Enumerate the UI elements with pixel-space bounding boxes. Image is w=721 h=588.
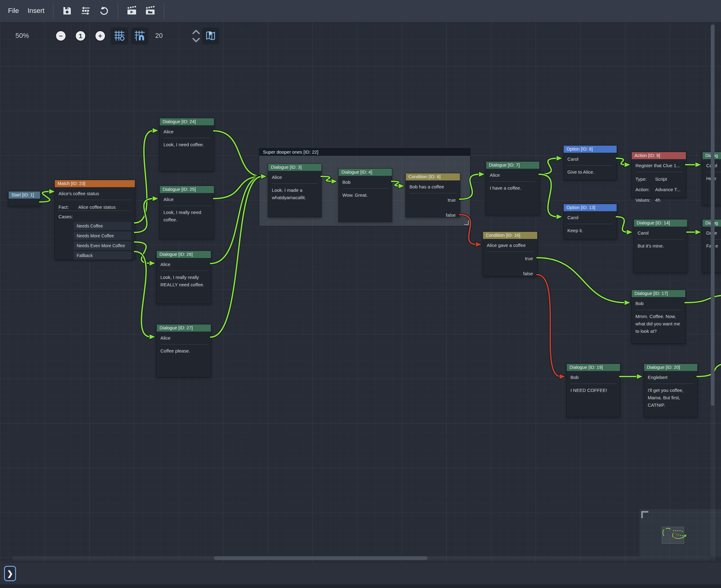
- node-title[interactable]: Option [ID: 13]: [564, 204, 617, 211]
- play-scene-icon[interactable]: [126, 5, 137, 16]
- node-dialogue-7[interactable]: Dialogue [ID: 7]AliceI have a coffee.: [486, 161, 540, 215]
- grid-snap-toggle[interactable]: [131, 27, 148, 45]
- vertical-scrollbar-thumb[interactable]: [711, 25, 715, 406]
- horizontal-scrollbar-thumb[interactable]: [214, 556, 428, 560]
- node-dialogue-17[interactable]: Dialogue [ID: 17]BobMmm. Coffee. Now, wh…: [631, 290, 685, 343]
- grid-icon: [114, 30, 125, 42]
- node-row-speaker: Alice: [490, 169, 536, 182]
- node-title[interactable]: Dialogue [ID: 27]: [157, 324, 211, 332]
- node-title[interactable]: Condition [ID: 16]: [483, 232, 537, 239]
- node-row-speaker: Alice: [272, 171, 318, 184]
- node-title[interactable]: Dialogue [ID: 19]: [567, 364, 620, 371]
- minimap-panel[interactable]: [639, 509, 721, 556]
- node-dialogue-24[interactable]: Dialogue [ID: 24]AliceLook, I need coffe…: [160, 118, 214, 171]
- undo-icon[interactable]: [99, 5, 110, 16]
- minimap-icon: [205, 30, 216, 42]
- node-title[interactable]: Start [ID: 1]: [8, 191, 40, 198]
- node-title[interactable]: Dialogue [ID: 3]: [268, 164, 321, 171]
- node-title[interactable]: Dialogue [ID: 4]: [339, 169, 392, 176]
- grid-size-input[interactable]: 20: [155, 32, 163, 40]
- node-row-branch[interactable]: false: [487, 270, 533, 277]
- node-title[interactable]: Option [ID: 8]: [564, 146, 617, 153]
- node-dialogue-26[interactable]: Dialogue [ID: 26]AliceLook, I really rea…: [156, 251, 211, 304]
- node-row-kv: Type:Script: [635, 172, 682, 183]
- expand-panel-button[interactable]: ❯: [4, 566, 16, 581]
- grid-visibility-toggle[interactable]: [111, 27, 128, 45]
- node-body: Alice gave a coffeetruefalse: [483, 239, 537, 277]
- grid-size-up-button[interactable]: [191, 28, 202, 36]
- node-row-case[interactable]: Fallback: [74, 252, 131, 259]
- menu-file[interactable]: File: [4, 7, 23, 15]
- node-row-case[interactable]: Needs Coffee: [74, 222, 131, 230]
- node-row-main: Alice's coffee status: [59, 187, 131, 200]
- node-condition-6[interactable]: Condition [ID: 6]Bob has a coffeetruefal…: [405, 173, 460, 217]
- node-title[interactable]: Condition [ID: 6]: [406, 173, 460, 181]
- node-title[interactable]: Dialogue [ID: 7]: [486, 162, 539, 169]
- node-row-main: Alice gave a coffee: [487, 239, 533, 252]
- node-title[interactable]: Dialogue [ID: 24]: [160, 118, 214, 125]
- node-title[interactable]: Dialogue [ID: 26]: [157, 251, 211, 258]
- node-match-23[interactable]: Match [ID: 23]Alice's coffee statusFact:…: [55, 180, 135, 260]
- node-row-text: I have a coffee.: [490, 182, 536, 192]
- node-row-speaker: Carol: [638, 227, 683, 239]
- menu-insert[interactable]: Insert: [23, 7, 49, 15]
- grid-size-down-button[interactable]: [191, 36, 202, 44]
- node-option-8[interactable]: Option [ID: 8]CarolGive to Alice.: [564, 145, 617, 180]
- node-condition-16[interactable]: Condition [ID: 16]Alice gave a coffeetru…: [483, 231, 537, 276]
- node-body: AliceI have a coffee.: [486, 169, 539, 192]
- zoom-out-button[interactable]: −: [56, 30, 66, 41]
- node-title[interactable]: Match [ID: 23]: [55, 180, 135, 187]
- horizontal-scrollbar[interactable]: [12, 556, 711, 561]
- node-action-9[interactable]: Action [ID: 9]Register that Clue 1...Typ…: [631, 152, 686, 198]
- node-dialogue-4[interactable]: Dialogue [ID: 4]BobWow. Great.: [338, 168, 392, 222]
- node-row-label: Cases:: [59, 211, 131, 220]
- node-row-text: Coffee please.: [161, 344, 207, 355]
- frame-resize-handle[interactable]: [464, 220, 469, 225]
- node-dialogue-27[interactable]: Dialogue [ID: 27]AliceCoffee please.: [156, 324, 211, 377]
- node-row-main: Bob has a coffee: [409, 181, 456, 193]
- bottom-bar: ❯: [0, 563, 721, 588]
- node-row-case[interactable]: Needs More Coffee: [74, 232, 131, 240]
- dialogue-graph-editor: File Insert: [0, 0, 721, 588]
- reimport-icon[interactable]: [80, 5, 91, 16]
- save-icon[interactable]: [62, 5, 73, 16]
- node-title[interactable]: Dialogue [ID: 20]: [644, 364, 697, 371]
- field-label: Action:: [635, 186, 652, 193]
- zoom-reset-button[interactable]: 1: [75, 30, 86, 41]
- node-body: CarolKeep it.: [564, 211, 617, 234]
- node-row-speaker: Alice: [161, 258, 207, 271]
- node-body: BobWow. Great.: [339, 176, 392, 199]
- node-body: CarolGive to Alice.: [564, 153, 617, 176]
- minimap-toggle[interactable]: [202, 27, 219, 45]
- node-dialogue-19[interactable]: Dialogue [ID: 19]BobI NEED COFFEE!: [567, 363, 620, 417]
- node-dialogue-3[interactable]: Dialogue [ID: 3]AliceLook. I made a what…: [268, 164, 322, 217]
- node-option-13[interactable]: Option [ID: 13]CarolKeep it.: [564, 204, 617, 239]
- node-title[interactable]: Dialogue [ID: 17]: [632, 290, 685, 297]
- vertical-scrollbar[interactable]: [711, 23, 715, 561]
- node-title[interactable]: Dialogue [ID: 25]: [160, 186, 214, 193]
- node-body: BobI NEED COFFEE!: [567, 371, 620, 394]
- zoom-in-button[interactable]: +: [95, 30, 106, 41]
- node-body: AliceCoffee please.: [157, 332, 211, 355]
- node-row-branch[interactable]: true: [409, 196, 456, 204]
- node-row-speaker: Bob: [570, 371, 616, 384]
- node-row-speaker: Bob: [342, 176, 388, 189]
- frame-title[interactable]: Super dooper ones [ID: 22]: [259, 148, 470, 156]
- node-row-text: I'll get you coffee, Mama. But first, CA…: [648, 384, 694, 409]
- field-label: Values:: [635, 196, 652, 204]
- scene-folder-icon[interactable]: [145, 5, 156, 16]
- node-title[interactable]: Action [ID: 9]: [632, 152, 686, 159]
- magnet-icon: [134, 30, 145, 42]
- graph-canvas[interactable]: [0, 22, 721, 563]
- node-row-case[interactable]: Needs Even More Coffee: [74, 241, 131, 250]
- node-row-text: Look. I made a whatdyamacallit.: [272, 184, 318, 201]
- node-dialogue-25[interactable]: Dialogue [ID: 25]AliceLook, I really nee…: [160, 186, 214, 239]
- node-row-branch[interactable]: true: [487, 255, 533, 262]
- node-dialogue-14[interactable]: Dialogue [ID: 14]CarolBut it's mine.: [634, 219, 687, 273]
- node-dialogue-20[interactable]: Dialogue [ID: 20]EnglebertI'll get you c…: [644, 363, 698, 417]
- zoom-level-label: 50%: [15, 32, 29, 40]
- node-row-branch[interactable]: false: [409, 211, 456, 218]
- node-title[interactable]: Dialogue [ID: 14]: [634, 219, 687, 227]
- node-row-text: Look, I need coffee.: [164, 138, 210, 148]
- node-start-1[interactable]: Start [ID: 1]: [8, 191, 40, 206]
